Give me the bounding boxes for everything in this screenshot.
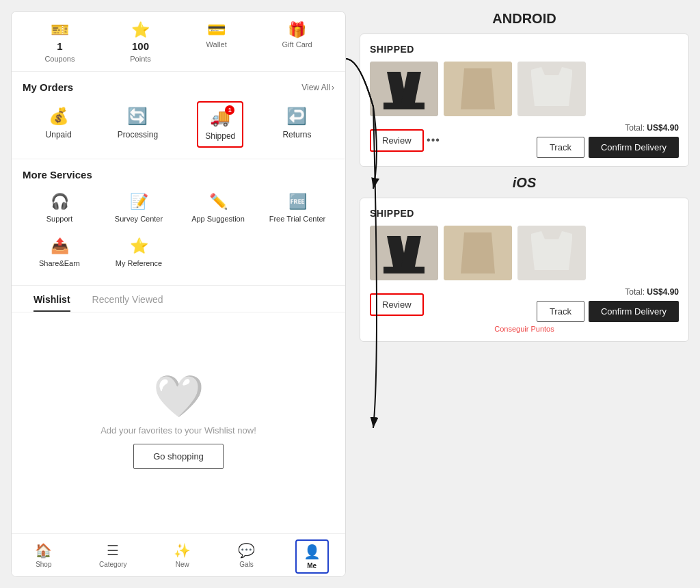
go-shopping-button[interactable]: Go shopping bbox=[133, 444, 224, 469]
tab-wishlist[interactable]: Wishlist bbox=[23, 286, 81, 312]
ios-clothing-svg-3 bbox=[517, 226, 586, 280]
clothing-svg-2 bbox=[444, 62, 512, 116]
coupons-stat[interactable]: 🎫 1 Coupons bbox=[44, 23, 75, 63]
free-trial-icon: 🆓 bbox=[288, 193, 307, 211]
share-earn-label: Share&Earn bbox=[39, 258, 80, 268]
nav-shop[interactable]: 🏠 Shop bbox=[28, 539, 59, 574]
wallet-label: Wallet bbox=[206, 40, 227, 49]
my-orders-section: My Orders View All › 💰 Unpaid 🔄 Processi… bbox=[12, 72, 345, 159]
ios-card-footer: Review Total: US$4.90 Track Confirm Deli… bbox=[370, 287, 679, 322]
order-processing[interactable]: 🔄 Processing bbox=[111, 101, 165, 148]
ios-shipped-label: SHIPPED bbox=[370, 208, 679, 219]
svg-marker-11 bbox=[531, 75, 572, 106]
svg-rect-8 bbox=[464, 68, 471, 82]
nav-new[interactable]: ✨ New bbox=[167, 539, 198, 574]
service-survey[interactable]: 📝 Survey Center bbox=[102, 189, 176, 228]
nav-me[interactable]: 👤 Me bbox=[295, 539, 329, 574]
nav-gals[interactable]: 💬 Gals bbox=[231, 539, 262, 574]
order-returns[interactable]: ↩️ Returns bbox=[275, 101, 318, 148]
android-review-button[interactable]: Review bbox=[370, 129, 424, 152]
view-all-link[interactable]: View All › bbox=[301, 83, 334, 92]
returns-icon: ↩️ bbox=[286, 107, 307, 126]
service-app-suggestion[interactable]: ✏️ App Suggestion bbox=[181, 189, 255, 228]
points-number: 100 bbox=[132, 40, 149, 52]
service-my-reference[interactable]: ⭐ My Reference bbox=[102, 233, 176, 272]
ios-title: iOS bbox=[360, 175, 689, 191]
new-label: New bbox=[176, 561, 189, 568]
more-services-section: More Services 🎧 Support 📝 Survey Center … bbox=[12, 159, 345, 286]
orders-grid: 💰 Unpaid 🔄 Processing 🚚 1 Shipped ↩️ Ret… bbox=[23, 101, 334, 153]
clothing-svg-3 bbox=[517, 62, 586, 116]
coupons-number: 1 bbox=[57, 40, 62, 52]
ios-review-button[interactable]: Review bbox=[370, 293, 424, 316]
wishlist-section: Wishlist Recently Viewed 🤍 Add your favo… bbox=[12, 286, 345, 533]
ios-track-button[interactable]: Track bbox=[537, 301, 584, 322]
ios-shipped-card: SHIPPED bbox=[360, 198, 689, 342]
android-review-wrapper: Review ••• bbox=[370, 129, 440, 152]
me-icon: 👤 bbox=[304, 544, 321, 560]
giftcard-icon: 🎁 bbox=[288, 23, 306, 38]
svg-marker-23 bbox=[531, 239, 572, 270]
android-footer-right: Total: US$4.90 Track Confirm Delivery bbox=[537, 123, 679, 158]
unpaid-icon: 💰 bbox=[49, 107, 69, 126]
order-shipped[interactable]: 🚚 1 Shipped bbox=[197, 101, 243, 148]
three-dots-indicator: ••• bbox=[427, 134, 440, 146]
ios-section: iOS SHIPPED bbox=[360, 175, 689, 342]
support-icon: 🎧 bbox=[51, 193, 69, 211]
ios-clothing-svg-2 bbox=[444, 226, 512, 280]
giftcard-stat[interactable]: 🎁 Gift Card bbox=[282, 23, 312, 63]
category-icon: ☰ bbox=[107, 542, 119, 559]
points-label: Points bbox=[130, 55, 151, 63]
wishlist-message: Add your favorites to your Wishlist now! bbox=[100, 425, 256, 436]
shipped-label: Shipped bbox=[205, 131, 235, 141]
processing-icon: 🔄 bbox=[127, 107, 148, 126]
android-action-buttons: Track Confirm Delivery bbox=[537, 137, 679, 158]
giftcard-label: Gift Card bbox=[282, 40, 312, 49]
heart-icon: 🤍 bbox=[153, 376, 204, 417]
me-label: Me bbox=[307, 562, 317, 570]
support-label: Support bbox=[46, 214, 73, 224]
product-image-3 bbox=[517, 62, 586, 116]
service-support[interactable]: 🎧 Support bbox=[23, 189, 96, 228]
points-stat[interactable]: ⭐ 100 Points bbox=[130, 23, 151, 63]
android-confirm-button[interactable]: Confirm Delivery bbox=[589, 137, 679, 158]
android-section: ANDROID SHIPPED bbox=[360, 11, 689, 167]
android-track-button[interactable]: Track bbox=[537, 137, 584, 158]
new-icon: ✨ bbox=[174, 542, 191, 559]
svg-rect-5 bbox=[383, 103, 425, 109]
service-free-trial[interactable]: 🆓 Free Trial Center bbox=[260, 189, 334, 228]
my-reference-icon: ⭐ bbox=[130, 237, 148, 255]
svg-rect-9 bbox=[485, 68, 492, 82]
my-reference-label: My Reference bbox=[116, 258, 162, 268]
category-label: Category bbox=[99, 561, 127, 568]
processing-label: Processing bbox=[118, 130, 158, 139]
ios-confirm-button[interactable]: Confirm Delivery bbox=[589, 301, 679, 322]
android-shipped-label: SHIPPED bbox=[370, 44, 679, 55]
nav-category[interactable]: ☰ Category bbox=[92, 539, 134, 574]
survey-icon: 📝 bbox=[130, 193, 148, 211]
orders-title: My Orders bbox=[23, 81, 73, 93]
services-grid: 🎧 Support 📝 Survey Center ✏️ App Suggest… bbox=[23, 189, 334, 280]
gals-label: Gals bbox=[239, 561, 254, 568]
services-title: More Services bbox=[23, 169, 92, 181]
shop-label: Shop bbox=[36, 561, 51, 568]
service-share-earn[interactable]: 📤 Share&Earn bbox=[23, 233, 96, 272]
svg-rect-20 bbox=[464, 232, 471, 246]
svg-rect-21 bbox=[485, 232, 492, 246]
order-unpaid[interactable]: 💰 Unpaid bbox=[39, 101, 79, 148]
points-icon: ⭐ bbox=[131, 23, 150, 38]
android-title: ANDROID bbox=[360, 11, 689, 27]
ios-product-image-3 bbox=[517, 226, 586, 280]
product-image-1 bbox=[370, 62, 438, 116]
stats-bar: 🎫 1 Coupons ⭐ 100 Points 💳 Wallet 🎁 Gift… bbox=[12, 12, 345, 72]
wallet-stat[interactable]: 💳 Wallet bbox=[206, 23, 227, 63]
app-suggestion-label: App Suggestion bbox=[191, 214, 245, 224]
shop-icon: 🏠 bbox=[35, 542, 52, 559]
gals-icon: 💬 bbox=[238, 542, 255, 559]
shipped-badge: 1 bbox=[225, 105, 234, 115]
tab-recently-viewed[interactable]: Recently Viewed bbox=[81, 286, 174, 312]
android-product-images bbox=[370, 62, 679, 116]
android-total: Total: US$4.90 bbox=[625, 123, 679, 133]
ios-product-image-1 bbox=[370, 226, 438, 280]
svg-rect-17 bbox=[383, 267, 425, 273]
